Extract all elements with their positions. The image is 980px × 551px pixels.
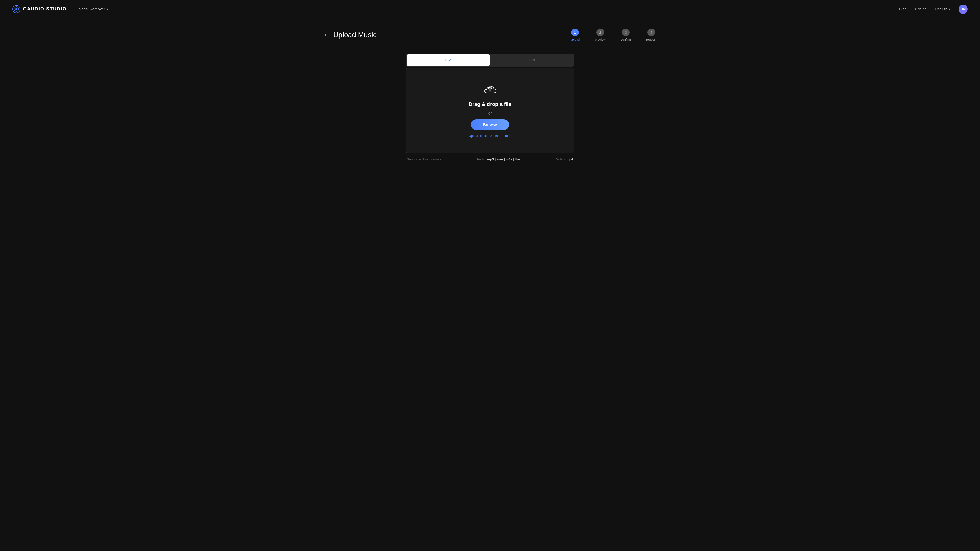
nav-divider (73, 6, 73, 13)
pricing-link[interactable]: Pricing (915, 7, 927, 11)
page-title: Upload Music (333, 31, 377, 39)
audio-format-values: mp3 | wav | m4a | flac (487, 157, 521, 161)
video-format-values: mp4 (566, 157, 573, 161)
upload-container: File URL Drag & drop a file or Browse Up… (406, 54, 574, 161)
drag-drop-text: Drag & drop a file (469, 101, 511, 107)
step-1: 1 upload (570, 29, 579, 41)
step-connector-2-3 (606, 32, 621, 32)
logo-text: GAUDIO STUDIO (23, 6, 67, 12)
video-label: Video (556, 157, 565, 161)
step-4: 4 request (646, 29, 656, 41)
svg-point-2 (15, 8, 18, 10)
language-label: English (935, 7, 947, 11)
step-connector-3-4 (631, 32, 646, 32)
upload-limit: Upload limit: 10 minutes max (469, 134, 511, 138)
language-selector[interactable]: English ▾ (935, 7, 950, 11)
upload-limit-highlight: 10 minutes (488, 134, 504, 138)
step-2-label: preview (595, 38, 605, 41)
logo[interactable]: GAUDIO STUDIO (12, 5, 67, 13)
step-1-circle: 1 (571, 29, 579, 36)
step-3: 3 confirm (621, 29, 631, 41)
step-connector-1-2 (579, 32, 595, 32)
main-content: ← Upload Music 1 upload 2 preview 3 (311, 18, 669, 171)
step-2-circle: 2 (597, 29, 604, 36)
upload-limit-suffix: max (504, 134, 511, 138)
navbar-left: GAUDIO STUDIO Vocal Remover ▾ (12, 5, 108, 13)
step-1-number: 1 (574, 30, 576, 35)
page-header: ← Upload Music 1 upload 2 preview 3 (324, 29, 656, 41)
step-4-label: request (646, 38, 656, 41)
formats-bar: Supported File Formats Audio mp3 | wav |… (406, 153, 574, 161)
audio-label: Audio (477, 157, 485, 161)
formats-label: Supported File Formats (407, 157, 442, 161)
step-4-circle: 4 (648, 29, 655, 36)
step-2: 2 preview (595, 29, 605, 41)
step-indicator: 1 upload 2 preview 3 confirm (570, 29, 656, 41)
step-3-circle: 3 (622, 29, 630, 36)
step-4-number: 4 (650, 30, 652, 35)
upload-cloud-icon (483, 83, 497, 97)
back-button[interactable]: ← (324, 32, 329, 38)
language-chevron-icon: ▾ (949, 7, 950, 11)
logo-icon (12, 5, 21, 13)
page-title-area: ← Upload Music (324, 31, 377, 39)
product-selector[interactable]: Vocal Remover ▾ (79, 7, 108, 11)
navbar: GAUDIO STUDIO Vocal Remover ▾ Blog Prici… (0, 0, 980, 18)
step-3-number: 3 (625, 30, 627, 35)
drop-zone[interactable]: Drag & drop a file or Browse Upload limi… (406, 68, 574, 153)
product-name: Vocal Remover (79, 7, 105, 11)
upload-limit-prefix: Upload limit: (469, 134, 488, 138)
avatar[interactable]: HM (959, 5, 968, 14)
navbar-right: Blog Pricing English ▾ HM (899, 5, 968, 14)
video-formats: Video mp4 (556, 157, 573, 161)
tab-bar: File URL (406, 54, 574, 67)
blog-link[interactable]: Blog (899, 7, 907, 11)
url-tab[interactable]: URL (491, 54, 574, 67)
chevron-down-icon: ▾ (107, 7, 108, 11)
browse-button[interactable]: Browse (471, 119, 509, 130)
step-2-number: 2 (599, 30, 601, 35)
audio-formats: Audio mp3 | wav | m4a | flac (477, 157, 521, 161)
step-1-label: upload (570, 38, 579, 41)
file-tab[interactable]: File (407, 54, 490, 66)
or-text: or (488, 111, 492, 115)
step-3-label: confirm (621, 38, 631, 41)
